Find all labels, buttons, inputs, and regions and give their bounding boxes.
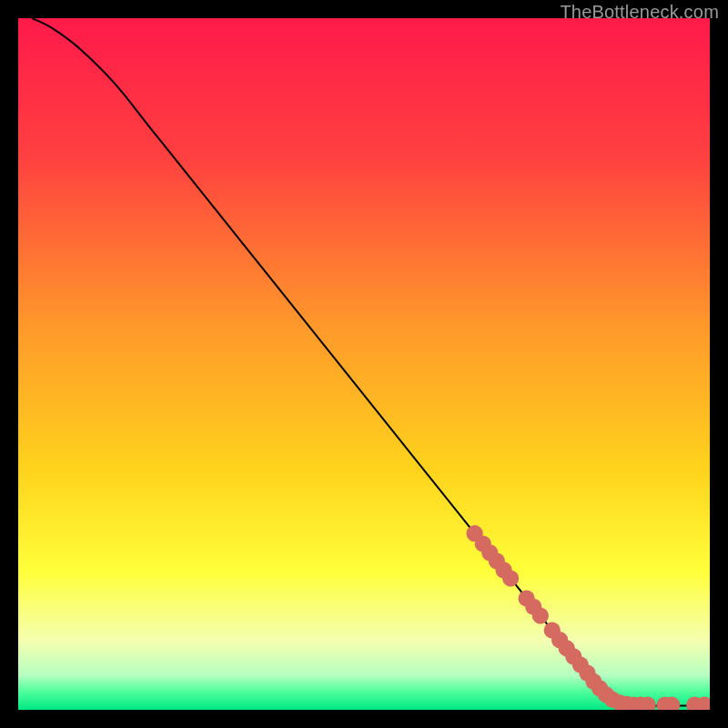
chart-plot [18,18,710,710]
curve-marker [502,570,519,586]
gradient-background [18,18,710,710]
curve-marker [532,608,549,624]
chart-frame: TheBottleneck.com [0,0,728,728]
